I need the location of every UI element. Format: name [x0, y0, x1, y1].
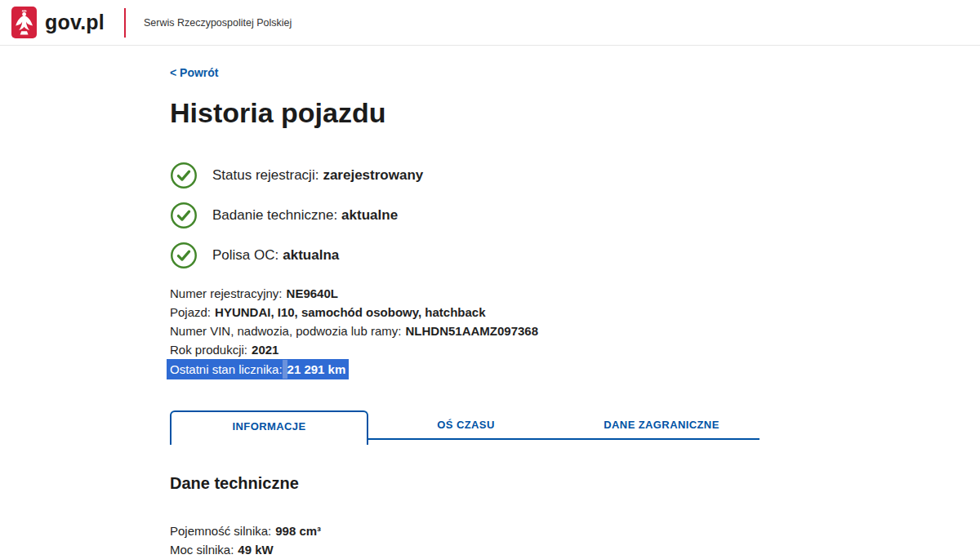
status-value: zarejestrowany	[323, 167, 423, 183]
back-link[interactable]: < Powrót	[170, 66, 219, 79]
detail-registration-number: Numer rejestracyjny:NE9640L	[170, 284, 817, 303]
status-text: Badanie techniczne:aktualne	[212, 207, 398, 224]
detail-value: NLHDN51AAMZ097368	[405, 324, 538, 338]
polish-eagle-icon	[11, 7, 37, 38]
header-divider	[124, 8, 126, 38]
tech-engine-power: Moc silnika:49 kW	[170, 540, 817, 559]
technical-details: Pojemność silnika:998 cm³ Moc silnika:49…	[170, 521, 817, 559]
status-insurance: Polisa OC:aktualna	[170, 242, 817, 269]
service-name: Serwis Rzeczypospolitej Polskiej	[144, 17, 292, 29]
detail-vehicle: Pojazd:HYUNDAI, I10, samochód osobowy, h…	[170, 303, 817, 322]
govpl-logo[interactable]: gov.pl	[11, 7, 105, 38]
section-heading-technical: Dane techniczne	[170, 474, 817, 493]
detail-label: Rok produkcji:	[170, 343, 247, 357]
detail-label: Ostatni stan licznika:	[170, 360, 283, 379]
page-title: Historia pojazdu	[170, 97, 817, 129]
brand-text[interactable]: gov.pl	[45, 11, 105, 34]
site-header: gov.pl Serwis Rzeczypospolitej Polskiej	[0, 0, 980, 46]
tab-os-czasu[interactable]: OŚ CZASU	[368, 410, 564, 440]
status-label: Status rejestracji:	[212, 167, 318, 183]
check-circle-icon	[170, 242, 198, 269]
tab-label: INFORMACJE	[233, 420, 306, 433]
status-label: Polisa OC:	[212, 247, 278, 263]
detail-vin: Numer VIN, nadwozia, podwozia lub ramy:N…	[170, 322, 817, 340]
detail-production-year: Rok produkcji:2021	[170, 340, 817, 359]
detail-label: Numer VIN, nadwozia, podwozia lub ramy:	[170, 324, 401, 338]
main-content: < Powrót Historia pojazdu Status rejestr…	[0, 46, 817, 559]
detail-label: Pojazd:	[170, 305, 211, 319]
tech-value: 49 kW	[238, 543, 273, 557]
detail-value: 21 291 km	[287, 360, 346, 379]
tech-value: 998 cm³	[275, 524, 321, 538]
vehicle-details: Numer rejestracyjny:NE9640L Pojazd:HYUND…	[170, 284, 817, 379]
status-registration: Status rejestracji:zarejestrowany	[170, 162, 817, 189]
detail-value: NE9640L	[287, 286, 338, 300]
tab-label: DANE ZAGRANICZNE	[604, 419, 719, 431]
status-inspection: Badanie techniczne:aktualne	[170, 202, 817, 229]
selected-text-highlight: Ostatni stan licznika:21 291 km	[167, 359, 349, 379]
tab-bar: INFORMACJE OŚ CZASU DANE ZAGRANICZNE	[170, 410, 760, 448]
check-circle-icon	[170, 162, 198, 189]
tab-dane-zagraniczne[interactable]: DANE ZAGRANICZNE	[564, 410, 760, 440]
check-circle-icon	[170, 202, 198, 229]
tech-label: Moc silnika:	[170, 543, 234, 557]
detail-label: Numer rejestracyjny:	[170, 286, 283, 300]
status-value: aktualne	[341, 207, 398, 223]
status-text: Status rejestracji:zarejestrowany	[212, 167, 423, 184]
status-label: Badanie techniczne:	[212, 207, 337, 223]
detail-value: HYUNDAI, I10, samochód osobowy, hatchbac…	[215, 305, 485, 319]
detail-odometer: Ostatni stan licznika:21 291 km	[170, 359, 817, 379]
detail-value: 2021	[252, 343, 278, 357]
status-value: aktualna	[283, 247, 339, 263]
tech-label: Pojemność silnika:	[170, 524, 271, 538]
tech-engine-capacity: Pojemność silnika:998 cm³	[170, 521, 817, 540]
tab-underline	[368, 438, 760, 440]
status-list: Status rejestracji:zarejestrowany Badani…	[170, 162, 817, 269]
tab-informacje[interactable]: INFORMACJE	[170, 410, 368, 445]
tab-label: OŚ CZASU	[437, 419, 494, 431]
status-text: Polisa OC:aktualna	[212, 247, 339, 264]
